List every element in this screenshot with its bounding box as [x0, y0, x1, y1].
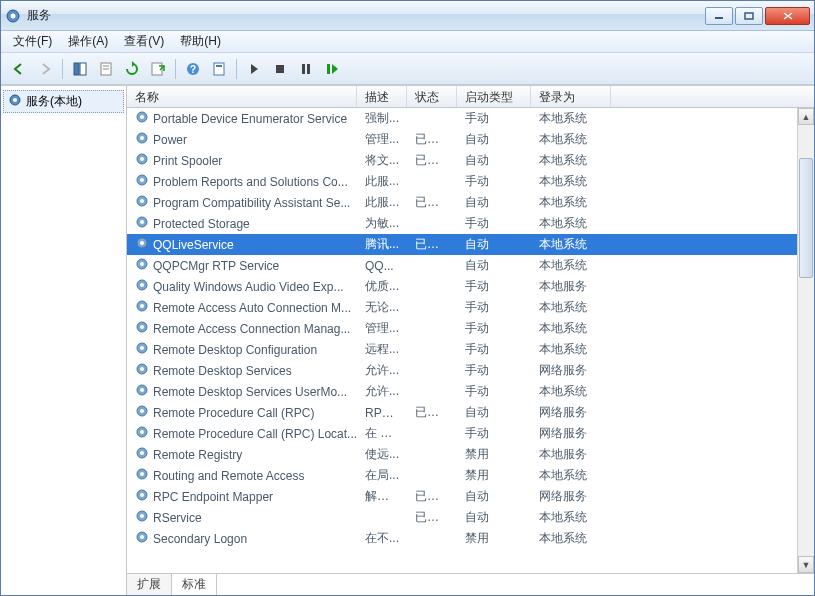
pause-service-button[interactable] — [294, 57, 318, 81]
svg-rect-5 — [80, 63, 86, 75]
service-row[interactable]: Print Spooler将文...已启动自动本地系统 — [127, 150, 814, 171]
properties2-button[interactable] — [207, 57, 231, 81]
service-row[interactable]: Routing and Remote Access在局...禁用本地系统 — [127, 465, 814, 486]
service-row[interactable]: Remote Desktop Configuration远程...手动本地系统 — [127, 339, 814, 360]
vertical-scrollbar[interactable]: ▲ ▼ — [797, 108, 814, 573]
service-row[interactable]: Remote Procedure Call (RPC) Locat...在 W.… — [127, 423, 814, 444]
service-startup-cell: 自动 — [457, 194, 531, 211]
svg-point-43 — [140, 346, 144, 350]
maximize-button[interactable] — [735, 7, 763, 25]
service-row[interactable]: Portable Device Enumerator Service强制...手… — [127, 108, 814, 129]
start-service-button[interactable] — [242, 57, 266, 81]
service-row[interactable]: Quality Windows Audio Video Exp...优质...手… — [127, 276, 814, 297]
service-row[interactable]: Secondary Logon在不...禁用本地系统 — [127, 528, 814, 549]
left-pane: 服务(本地) — [1, 86, 127, 595]
service-row[interactable]: Remote Procedure Call (RPC)RPC...已启动自动网络… — [127, 402, 814, 423]
tab-standard[interactable]: 标准 — [171, 574, 217, 595]
service-row[interactable]: RPC Endpoint Mapper解析 ...已启动自动网络服务 — [127, 486, 814, 507]
service-row[interactable]: Problem Reports and Solutions Co...此服...… — [127, 171, 814, 192]
service-row[interactable]: Power管理...已启动自动本地系统 — [127, 129, 814, 150]
service-name-cell: RService — [127, 509, 357, 526]
scroll-up-button[interactable]: ▲ — [798, 108, 814, 125]
service-logon-cell: 网络服务 — [531, 425, 611, 442]
service-status-cell: 已启动 — [407, 509, 457, 526]
gear-icon — [135, 383, 149, 400]
service-logon-cell: 本地系统 — [531, 509, 611, 526]
svg-rect-15 — [302, 64, 305, 74]
service-logon-cell: 网络服务 — [531, 362, 611, 379]
close-button[interactable] — [765, 7, 810, 25]
svg-point-27 — [140, 178, 144, 182]
service-row[interactable]: Remote Registry使远...禁用本地服务 — [127, 444, 814, 465]
svg-point-33 — [140, 241, 144, 245]
column-name-header[interactable]: 名称 — [127, 86, 357, 107]
gear-icon — [135, 362, 149, 379]
tree-root-label: 服务(本地) — [26, 93, 82, 110]
service-name-text: Quality Windows Audio Video Exp... — [153, 280, 344, 294]
refresh-button[interactable] — [120, 57, 144, 81]
svg-rect-12 — [214, 63, 224, 75]
list-body[interactable]: Portable Device Enumerator Service强制...手… — [127, 108, 814, 573]
help-button[interactable]: ? — [181, 57, 205, 81]
service-name-text: Secondary Logon — [153, 532, 247, 546]
column-status-header[interactable]: 状态 — [407, 86, 457, 107]
menu-view[interactable]: 查看(V) — [116, 31, 172, 52]
tree-root-services-local[interactable]: 服务(本地) — [3, 90, 124, 113]
service-row[interactable]: Protected Storage为敏...手动本地系统 — [127, 213, 814, 234]
scroll-down-button[interactable]: ▼ — [798, 556, 814, 573]
service-row[interactable]: RService已启动自动本地系统 — [127, 507, 814, 528]
stop-service-button[interactable] — [268, 57, 292, 81]
restart-service-button[interactable] — [320, 57, 344, 81]
service-description-cell: 将文... — [357, 152, 407, 169]
column-description-header[interactable]: 描述 — [357, 86, 407, 107]
gear-icon — [135, 131, 149, 148]
service-row[interactable]: Remote Access Connection Manag...管理...手动… — [127, 318, 814, 339]
service-row[interactable]: Remote Access Auto Connection M...无论...手… — [127, 297, 814, 318]
service-row[interactable]: Remote Desktop Services UserMo...允许...手动… — [127, 381, 814, 402]
svg-point-35 — [140, 262, 144, 266]
titlebar[interactable]: 服务 — [1, 1, 814, 31]
service-description-cell: 使远... — [357, 446, 407, 463]
menu-help[interactable]: 帮助(H) — [172, 31, 229, 52]
service-logon-cell: 本地服务 — [531, 278, 611, 295]
tab-extended[interactable]: 扩展 — [126, 574, 172, 595]
svg-text:?: ? — [190, 64, 196, 75]
service-name-text: Remote Desktop Services UserMo... — [153, 385, 347, 399]
service-name-text: QQLiveService — [153, 238, 234, 252]
menu-action[interactable]: 操作(A) — [60, 31, 116, 52]
svg-point-53 — [140, 451, 144, 455]
services-window: 服务 文件(F) 操作(A) 查看(V) 帮助(H) ? — [0, 0, 815, 596]
service-name-cell: Remote Desktop Services — [127, 362, 357, 379]
service-status-cell: 已启动 — [407, 236, 457, 253]
right-pane: 名称 描述 状态 启动类型 登录为 Portable Device Enumer… — [127, 86, 814, 595]
toolbar-separator — [236, 59, 237, 79]
service-row[interactable]: Program Compatibility Assistant Se...此服.… — [127, 192, 814, 213]
service-description-cell: QQ... — [357, 259, 407, 273]
service-row[interactable]: QQLiveService腾讯...已启动自动本地系统 — [127, 234, 814, 255]
service-name-text: Remote Registry — [153, 448, 242, 462]
forward-button[interactable] — [33, 57, 57, 81]
service-description-cell: 无论... — [357, 299, 407, 316]
service-logon-cell: 本地系统 — [531, 341, 611, 358]
service-name-cell: Print Spooler — [127, 152, 357, 169]
service-status-cell: 已启动 — [407, 131, 457, 148]
menu-file[interactable]: 文件(F) — [5, 31, 60, 52]
scroll-thumb[interactable] — [799, 158, 813, 278]
svg-point-25 — [140, 157, 144, 161]
service-row[interactable]: QQPCMgr RTP ServiceQQ...自动本地系统 — [127, 255, 814, 276]
service-row[interactable]: Remote Desktop Services允许...手动网络服务 — [127, 360, 814, 381]
svg-point-57 — [140, 493, 144, 497]
column-startup-header[interactable]: 启动类型 — [457, 86, 531, 107]
service-startup-cell: 自动 — [457, 488, 531, 505]
properties-button[interactable] — [94, 57, 118, 81]
export-button[interactable] — [146, 57, 170, 81]
back-button[interactable] — [7, 57, 31, 81]
service-description-cell: 在不... — [357, 530, 407, 547]
show-hide-tree-button[interactable] — [68, 57, 92, 81]
bottom-tabs: 扩展 标准 — [127, 573, 814, 595]
column-logon-header[interactable]: 登录为 — [531, 86, 611, 107]
service-status-cell: 已启动 — [407, 488, 457, 505]
gear-icon — [135, 404, 149, 421]
minimize-button[interactable] — [705, 7, 733, 25]
service-description-cell: 此服... — [357, 194, 407, 211]
